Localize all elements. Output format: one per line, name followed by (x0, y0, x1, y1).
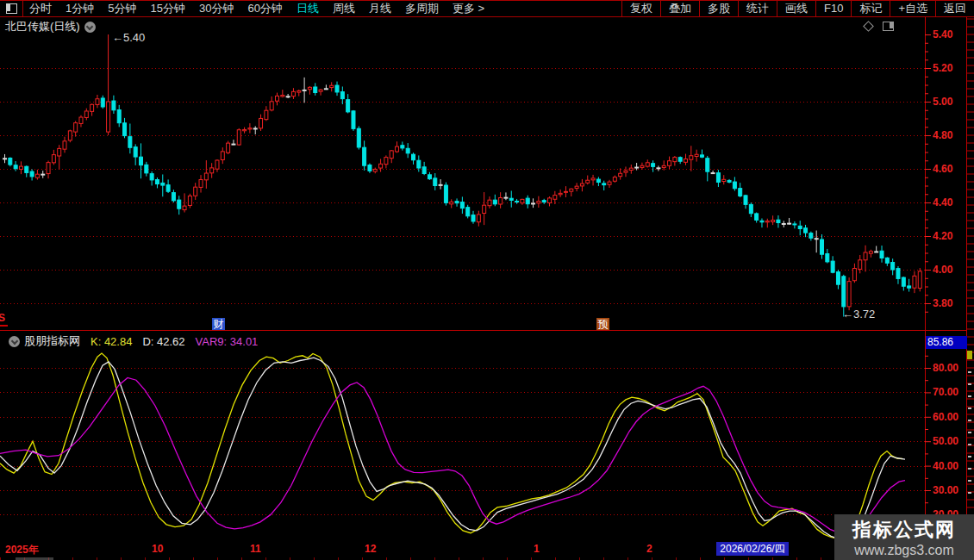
window-layout-button[interactable] (0, 1, 23, 16)
price-axis-label: 4.60 (933, 163, 952, 175)
toolbar-button[interactable]: 统计 (738, 1, 777, 16)
period-item[interactable]: 更多 > (453, 1, 484, 16)
period-item[interactable]: 月线 (369, 1, 391, 16)
indicator-k-value: K: 42.84 (91, 335, 132, 348)
toolbar-button[interactable]: 多股 (699, 1, 738, 16)
toolbar-button[interactable]: +自选 (890, 1, 935, 16)
chevron-down-icon[interactable] (84, 22, 96, 33)
high-annotation: ←5.40 (112, 31, 145, 44)
time-axis-label: 2 (646, 543, 652, 555)
price-axis-label: 4.20 (933, 230, 952, 242)
period-item[interactable]: 15分钟 (150, 1, 184, 16)
period-item[interactable]: 日线 (297, 1, 319, 16)
time-axis-label: 11 (250, 543, 261, 555)
toolbar-button[interactable]: 画线 (777, 1, 815, 16)
time-axis[interactable]: 2026/02/26/四 2025年10111212 (0, 541, 974, 557)
indicator-header: 股朋指标网 K: 42.84 D: 42.62 VAR9: 34.01 (4, 333, 258, 349)
period-item[interactable]: 分时 (29, 1, 52, 16)
toolbar-button[interactable]: 返回 (935, 1, 974, 16)
price-axis-label: 3.80 (933, 297, 952, 309)
indicator-chart-area[interactable] (0, 336, 925, 541)
period-menu: 分时1分钟5分钟15分钟30分钟60分钟日线周线月线多周期更多 > (29, 1, 498, 16)
time-axis-label: 2025年 (5, 543, 39, 557)
sell-signal-marker: S (0, 312, 8, 327)
price-axis-label: 4.80 (933, 129, 952, 141)
indicator-source-label: 股朋指标网 (24, 333, 80, 349)
time-axis-label: 12 (365, 543, 376, 555)
toolbar-button[interactable]: 标记 (851, 1, 890, 16)
indicator-axis-label: 80.00 (933, 362, 958, 374)
strip-highlight (967, 351, 972, 359)
split-panel-icon (6, 3, 17, 14)
diamond-icon[interactable] (863, 21, 874, 32)
period-item[interactable]: 60分钟 (247, 1, 282, 16)
price-axis-label: 5.40 (933, 28, 952, 40)
price-axis-label: 5.20 (933, 62, 952, 74)
trading-app-window: 分时1分钟5分钟15分钟30分钟60分钟日线周线月线多周期更多 > 复权叠加多股… (0, 0, 974, 560)
right-edge-strip (967, 18, 974, 541)
indicator-axis-label: 50.00 (933, 435, 958, 447)
indicator-axis-label: 60.00 (933, 411, 958, 423)
low-annotation: ←3.72 (842, 308, 875, 320)
time-axis-label: 10 (152, 543, 163, 555)
toolbar-button[interactable]: 叠加 (660, 1, 699, 16)
top-toolbar: 分时1分钟5分钟15分钟30分钟60分钟日线周线月线多周期更多 > 复权叠加多股… (0, 0, 974, 17)
finance-report-badge[interactable]: 财 (212, 318, 225, 330)
forecast-badge[interactable]: 预 (596, 318, 609, 330)
indicator-axis-label: 40.00 (933, 460, 958, 472)
period-item[interactable]: 1分钟 (66, 1, 94, 16)
toolbar-button[interactable]: 复权 (621, 1, 660, 16)
time-axis-label: 1 (534, 543, 540, 555)
watermark-url: www.zbgs3.com (834, 543, 974, 558)
period-item[interactable]: 多周期 (405, 1, 439, 16)
price-axis-label: 5.00 (933, 96, 952, 108)
toolbar-right-menu: 复权叠加多股统计画线F10标记+自选返回 (621, 1, 974, 16)
period-item[interactable]: 周线 (333, 1, 355, 16)
indicator-axis-label: 70.00 (933, 386, 958, 398)
chart-title-row[interactable]: 北巴传媒(日线) (5, 19, 96, 34)
watermark-title: 指标公式网 (834, 517, 974, 543)
strip-marks (968, 371, 971, 501)
indicator-collapse-icon[interactable] (9, 336, 20, 347)
indicator-axis-label: 30.00 (933, 484, 958, 496)
page-title: 北巴传媒(日线) (5, 19, 80, 34)
watermark: 指标公式网 www.zbgs3.com (834, 514, 974, 560)
panel-split-icon[interactable] (883, 22, 894, 31)
period-item[interactable]: 5分钟 (108, 1, 136, 16)
chart-corner-icons (865, 22, 894, 31)
indicator-var9-value: VAR9: 34.01 (196, 335, 259, 348)
selected-date-box: 2026/02/26/四 (716, 542, 789, 556)
indicator-scale-max: 85.86 (926, 336, 968, 349)
candlestick-chart-area[interactable] (0, 33, 925, 330)
price-axis-label: 4.40 (933, 196, 952, 208)
indicator-d-value: D: 42.62 (142, 335, 184, 348)
toolbar-button[interactable]: F10 (815, 1, 851, 16)
period-item[interactable]: 30分钟 (199, 1, 234, 16)
price-axis-label: 4.00 (933, 264, 952, 276)
